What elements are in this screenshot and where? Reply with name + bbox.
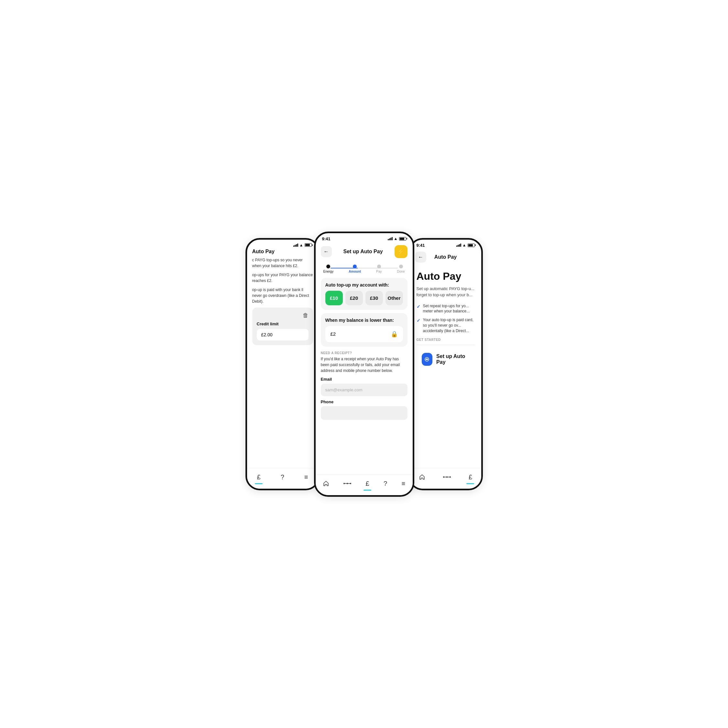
setup-auto-pay-button[interactable]: Set up Auto Pay: [416, 349, 475, 370]
wifi-icon-right: ▲: [462, 243, 466, 248]
left-content: Auto Pay c PAYG top-ups so you never whe…: [247, 249, 318, 345]
check-item-1: ✓ Set repeat top-ups for yo... meter whe…: [416, 303, 475, 314]
center-status-bar: 9:41 ▲: [316, 233, 413, 243]
step-dot-done: [399, 265, 403, 268]
center-nav-money[interactable]: £: [366, 480, 369, 487]
left-status-icons: ▲: [293, 243, 312, 248]
left-scroll: Auto Pay c PAYG top-ups so you never whe…: [247, 249, 318, 477]
right-nav-graph[interactable]: [443, 475, 451, 479]
left-nav-money[interactable]: £: [257, 474, 261, 481]
setup-btn-icon: [422, 353, 433, 366]
left-nav-help[interactable]: ?: [281, 474, 284, 481]
receipt-section: NEED A RECEIPT? If you'd like a receipt …: [316, 350, 413, 420]
check-text-2: Your auto top-up is paid card, so you'll…: [423, 317, 475, 333]
center-status-icons: ▲: [388, 236, 406, 241]
right-scroll: Auto Pay Set up automatic PAYG top-u... …: [410, 265, 481, 490]
signal-icon: [293, 243, 298, 247]
step-label-amount: Amount: [349, 270, 361, 273]
svg-point-1: [347, 483, 348, 484]
balance-display: £2 🔒: [325, 326, 403, 342]
left-bottom-nav: £ ? ≡: [247, 468, 318, 489]
center-scroll: Auto top-up my account with: £10 £20 £30…: [316, 275, 413, 472]
svg-point-7: [446, 476, 448, 478]
balance-card-title: When my balance is lower than:: [325, 318, 403, 323]
auto-pay-desc: Set up automatic PAYG top-u... forget to…: [416, 286, 475, 298]
svg-point-2: [350, 483, 351, 484]
center-nav-header: ← Set up Auto Pay ⚡: [316, 243, 413, 261]
step-dot-pay: [377, 265, 381, 268]
setup-btn-text: Set up Auto Pay: [436, 353, 469, 365]
step-dot-amount: [353, 265, 357, 268]
center-nav-graph[interactable]: [343, 481, 351, 486]
email-placeholder: sam@example.com: [325, 387, 362, 392]
left-status-bar: ▲: [247, 240, 318, 249]
amount-options: £10 £20 £30 Other: [325, 291, 403, 305]
left-desc-2: op-ups for your PAYG your balance reache…: [252, 272, 313, 284]
receipt-heading: NEED A RECEIPT?: [321, 351, 407, 355]
credit-limit-box: 🗑 Credit limit £2.00: [252, 307, 313, 345]
check-icon-2: ✓: [416, 318, 421, 324]
wifi-icon: ▲: [300, 243, 303, 248]
center-phone: 9:41 ▲ ← Set up Auto Pay ⚡: [314, 232, 414, 497]
center-nav-title: Set up Auto Pay: [343, 249, 382, 254]
left-phone: ▲ Auto Pay c PAYG top-ups so you never w…: [245, 238, 320, 490]
back-button[interactable]: ←: [321, 246, 332, 257]
right-nav-title: Auto Pay: [434, 254, 457, 260]
step-label-done: Done: [397, 270, 405, 273]
wifi-icon-center: ▲: [394, 236, 398, 241]
center-nav-home[interactable]: [323, 480, 329, 487]
right-back-button[interactable]: ←: [415, 252, 426, 263]
right-content: Auto Pay Set up automatic PAYG top-u... …: [410, 265, 481, 370]
receipt-text: If you'd like a receipt when your Auto P…: [321, 356, 407, 373]
left-nav-menu[interactable]: ≡: [304, 474, 308, 481]
scene: ▲ Auto Pay c PAYG top-ups so you never w…: [219, 219, 510, 510]
amount-20[interactable]: £20: [346, 291, 363, 305]
delete-icon[interactable]: 🗑: [257, 312, 309, 319]
step-label-pay: Pay: [376, 270, 382, 273]
stepper: Energy Amount Pay Done: [316, 261, 413, 275]
lightning-icon: ⚡: [397, 248, 405, 255]
right-nav-home[interactable]: [419, 474, 425, 480]
right-phone: 9:41 ▲ ← Auto Pay: [408, 238, 483, 490]
right-status-icons: ▲: [456, 243, 475, 248]
credit-limit-label: Credit limit: [257, 321, 309, 326]
svg-point-6: [443, 476, 444, 478]
left-desc-3: op-up is paid with your bank ll never go…: [252, 287, 313, 304]
amount-10[interactable]: £10: [325, 291, 343, 305]
credit-limit-value: £2.00: [257, 329, 309, 341]
balance-card: When my balance is lower than: £2 🔒: [321, 313, 407, 347]
right-status-bar: 9:41 ▲: [410, 240, 481, 249]
left-desc-1: c PAYG top-ups so you never when your ba…: [252, 257, 313, 269]
lightning-button[interactable]: ⚡: [395, 245, 407, 258]
right-nav-money[interactable]: £: [469, 474, 472, 481]
step-label-energy: Energy: [323, 270, 334, 273]
email-label: Email: [321, 377, 407, 382]
step-pay: Pay: [376, 265, 382, 273]
amount-30[interactable]: £30: [366, 291, 383, 305]
email-input[interactable]: sam@example.com: [321, 384, 407, 396]
check-item-2: ✓ Your auto top-up is paid card, so you'…: [416, 317, 475, 333]
right-back-arrow-icon: ←: [418, 254, 423, 260]
right-bottom-nav: £: [410, 468, 481, 489]
phone-input[interactable]: [321, 406, 407, 420]
battery-icon-center: [399, 237, 406, 241]
center-bottom-nav: £ ? ≡: [316, 474, 413, 495]
step-done: Done: [397, 265, 405, 273]
check-text-1: Set repeat top-ups for yo... meter when …: [423, 303, 475, 314]
svg-point-0: [343, 483, 345, 484]
get-started-label: GET STARTED: [416, 338, 475, 341]
amount-other[interactable]: Other: [385, 291, 403, 305]
step-amount: Amount: [349, 265, 361, 273]
auto-pay-title: Auto Pay: [416, 271, 475, 282]
phone-label: Phone: [321, 399, 407, 404]
topup-card: Auto top-up my account with: £10 £20 £30…: [321, 278, 407, 310]
center-nav-help[interactable]: ?: [384, 480, 387, 487]
svg-point-5: [426, 359, 428, 360]
signal-icon-right: [456, 243, 461, 247]
topup-card-title: Auto top-up my account with:: [325, 282, 403, 288]
center-nav-menu[interactable]: ≡: [402, 480, 405, 487]
battery-icon-right: [468, 243, 475, 247]
signal-icon-center: [388, 237, 393, 240]
right-time: 9:41: [416, 243, 425, 248]
left-title: Auto Pay: [252, 249, 313, 254]
